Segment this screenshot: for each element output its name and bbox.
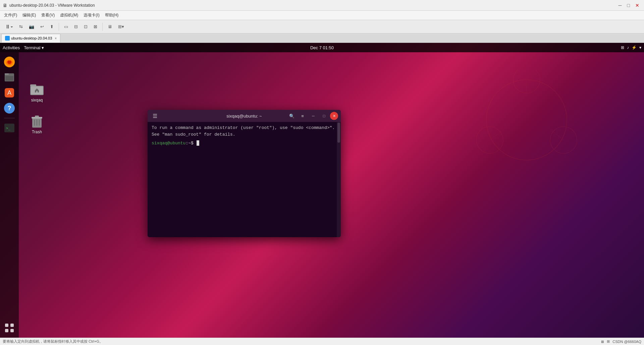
vmware-statusbar: 要将输入定向到虚拟机，请将鼠标指针移入其中或按 Ctrl+G。 🖥 ⊞ CSDN… (0, 338, 644, 345)
terminal-title: sixqaq@ubuntu: ~ (226, 114, 262, 119)
svg-rect-24 (30, 84, 36, 86)
terminal-cursor (197, 140, 199, 146)
terminal-body[interactable]: To run a command as administrator (user … (148, 122, 341, 237)
sound-icon[interactable]: ♪ (627, 45, 629, 50)
datetime-display: Dec 7 01:50 (310, 45, 334, 50)
terminal-hamburger-button[interactable]: ≡ (298, 111, 307, 121)
svg-point-18 (476, 127, 503, 153)
terminal-menu-arrow: ▾ (42, 45, 44, 50)
dock-item-apps[interactable] (2, 321, 16, 335)
vmware-title-left: 🖥 ubuntu-desktop-20.04.03 - VMware Works… (3, 3, 95, 8)
svg-point-16 (486, 80, 567, 160)
menu-file[interactable]: 文件(F) (1, 11, 20, 19)
vmware-minimize-button[interactable]: ─ (616, 2, 624, 9)
vmware-title-controls[interactable]: ─ □ ✕ (616, 2, 641, 9)
terminal-scrollbar[interactable] (337, 122, 341, 237)
dock-item-files[interactable] (2, 70, 16, 84)
dock-item-software[interactable]: A (2, 86, 16, 100)
svg-rect-13 (10, 324, 14, 327)
terminal-menu-icon-button[interactable]: ☰ (150, 111, 160, 121)
terminal-user-host: sixqaq@ubuntu (152, 141, 185, 146)
toolbar-revert-button[interactable]: ↩ (38, 23, 46, 30)
vmware-window-title: ubuntu-desktop-20.04.03 - VMware Worksta… (9, 3, 95, 8)
terminal-maximize-button[interactable]: □ (319, 111, 329, 121)
battery-icon[interactable]: ⚡ (632, 45, 637, 50)
desktop-decoration (476, 70, 577, 171)
tab-close-button[interactable]: × (55, 37, 57, 40)
network-status-icon: 🖥 (600, 340, 604, 344)
toolbar-split-v-button[interactable]: ▭ (62, 23, 70, 30)
svg-rect-5 (5, 76, 13, 81)
csdn-label: CSDN @6660AQ (612, 340, 641, 344)
settings-icon[interactable]: ▾ (639, 45, 641, 50)
svg-text:>_: >_ (6, 126, 11, 130)
menu-help[interactable]: 帮助(H) (102, 11, 121, 19)
vmware-menubar: 文件(F) 编辑(E) 查看(V) 虚拟机(M) 选项卡(I) 帮助(H) (0, 11, 644, 20)
menu-tabs[interactable]: 选项卡(I) (81, 11, 102, 19)
terminal-dock-icon: >_ (3, 122, 15, 134)
firefox-icon (3, 56, 15, 68)
terminal-info-text: To run a command as administrator (user … (152, 125, 337, 138)
menu-edit[interactable]: 编辑(E) (20, 11, 39, 19)
svg-text:?: ? (8, 105, 11, 112)
statusbar-message: 要将输入定向到虚拟机，请将鼠标指针移入其中或按 Ctrl+G。 (3, 339, 103, 344)
toolbar-upload-button[interactable]: ⬆ (48, 23, 56, 30)
svg-rect-28 (35, 116, 39, 117)
terminal-search-button[interactable]: 🔍 (287, 111, 297, 121)
menu-view[interactable]: 查看(V) (39, 11, 57, 19)
ubuntu-dock: A ? >_ (0, 52, 19, 338)
trash-icon-label: Trash (32, 130, 42, 134)
menu-vm[interactable]: 虚拟机(M) (57, 11, 81, 19)
trash-icon (29, 113, 45, 129)
toolbar-split-h-button[interactable]: ⊟ (72, 23, 80, 30)
usb-status-icon: ⊞ (607, 339, 610, 344)
desktop-icon-sixqaq[interactable]: sixqaq (23, 80, 50, 104)
tab-vm-icon (5, 36, 10, 41)
vmware-tabbar: ubuntu-desktop-20.04.03 × (0, 33, 644, 43)
dock-item-terminal[interactable]: >_ (2, 121, 16, 135)
dock-item-help[interactable]: ? (2, 101, 16, 115)
panel-datetime: Dec 7 01:50 (310, 45, 334, 50)
terminal-minimize-button[interactable]: ─ (309, 111, 318, 121)
panel-right: ⊞ ♪ ⚡ ▾ (621, 45, 641, 50)
ubuntu-desktop: Activities Terminal ▾ Dec 7 01:50 ⊞ ♪ ⚡ … (0, 43, 644, 338)
apps-grid-icon (3, 322, 15, 334)
vmware-maximize-button[interactable]: □ (625, 2, 632, 9)
toolbar-fullscreen-button[interactable]: ⊡ (82, 23, 90, 30)
svg-point-19 (550, 127, 577, 153)
terminal-window-controls: 🔍 ≡ ─ □ ✕ (287, 111, 338, 121)
ubuntu-top-panel: Activities Terminal ▾ Dec 7 01:50 ⊞ ♪ ⚡ … (0, 43, 644, 52)
vmware-logo-icon: 🖥 (3, 3, 7, 8)
vm-tab-ubuntu[interactable]: ubuntu-desktop-20.04.03 × (1, 34, 60, 43)
toolbar-send-button[interactable]: ⇆ (17, 23, 25, 30)
toolbar-separator-2 (102, 23, 103, 31)
terminal-close-button[interactable]: ✕ (330, 112, 338, 120)
desktop-icon-trash[interactable]: Trash (23, 112, 50, 136)
toolbar-unity-button[interactable]: ⊠ (91, 23, 100, 30)
vmware-toolbar: ⏸▾ ⇆ 📷 ↩ ⬆ ▭ ⊟ ⊡ ⊠ 🖥 ⊞▾ (0, 20, 644, 33)
svg-line-22 (552, 131, 564, 140)
svg-rect-14 (5, 329, 8, 332)
files-icon (3, 71, 15, 83)
tab-label: ubuntu-desktop-20.04.03 (11, 36, 52, 40)
terminal-prompt: sixqaq@ubuntu :~$ (152, 140, 337, 146)
terminal-info-line1: To run a command as administrator (user … (152, 125, 335, 130)
software-icon: A (3, 87, 15, 99)
svg-line-21 (490, 131, 501, 140)
network-icon[interactable]: ⊞ (621, 45, 624, 50)
vmware-close-button[interactable]: ✕ (633, 2, 641, 9)
svg-rect-4 (5, 73, 9, 75)
toolbar-view-button[interactable]: ⊞▾ (116, 23, 126, 30)
toolbar-display-button[interactable]: 🖥 (105, 23, 114, 30)
toolbar-pause-button[interactable]: ⏸▾ (3, 22, 15, 31)
toolbar-snapshot-button[interactable]: 📷 (26, 23, 37, 30)
terminal-titlebar: ☰ sixqaq@ubuntu: ~ 🔍 ≡ ─ □ ✕ (148, 110, 341, 122)
svg-text:A: A (7, 89, 11, 96)
sixqaq-icon-label: sixqaq (31, 98, 43, 102)
help-icon: ? (3, 102, 15, 114)
terminal-prompt-separator: :~$ (185, 141, 193, 146)
terminal-menu-button[interactable]: Terminal ▾ (24, 45, 44, 50)
toolbar-separator-1 (59, 23, 59, 31)
activities-button[interactable]: Activities (3, 45, 20, 50)
dock-item-firefox[interactable] (2, 55, 16, 69)
